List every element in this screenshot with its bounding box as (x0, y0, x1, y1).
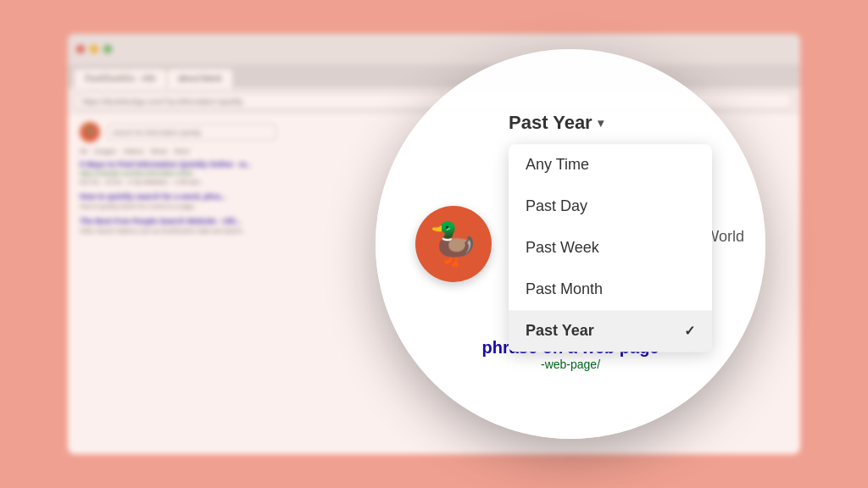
dropdown-item-past-day[interactable]: Past Day (509, 186, 712, 227)
dropdown-item-label: Past Day (526, 197, 587, 215)
ddg-logo-large: 🦆 (415, 206, 492, 282)
dropdown-item-past-week[interactable]: Past Week (509, 227, 712, 269)
filter-videos: Videos (123, 147, 143, 155)
minimize-dot (90, 45, 98, 53)
dropdown-item-label: Past Week (526, 239, 599, 257)
tab-bar: DuckDuckGo - info about:blank (68, 64, 800, 88)
chevron-down-icon: ▾ (598, 116, 604, 130)
filter-news: News (150, 147, 167, 155)
search-bar-bg: search for information quickly (107, 124, 276, 141)
dropdown-item-past-year[interactable]: Past Year ✓ (509, 310, 712, 352)
magnify-circle: 🦆 ite ▾ World phrase on a web page -web-… (376, 49, 765, 439)
dropdown-item-any-time[interactable]: Any Time (509, 144, 712, 186)
filter-images: Images (94, 147, 116, 155)
tab-1: DuckDuckGo - info (75, 69, 166, 88)
close-dot (76, 45, 85, 53)
filter-all: All (80, 147, 87, 155)
filter-more: More (174, 147, 189, 155)
dropdown-trigger[interactable]: Past Year ▾ (509, 112, 604, 134)
dropdown-item-past-month[interactable]: Past Month (509, 269, 712, 310)
browser-chrome (68, 34, 800, 64)
duck-icon: 🦆 (428, 224, 479, 264)
maximize-dot (103, 45, 112, 53)
dropdown-trigger-label: Past Year (509, 112, 593, 134)
dropdown-item-label: Past Year (526, 322, 594, 340)
dropdown-container: Past Year ▾ Any Time Past Day Past Week … (509, 112, 712, 352)
tab-2: about:blank (168, 69, 232, 88)
checkmark-icon: ✓ (684, 323, 695, 339)
ddg-logo-small: 🦆 (80, 122, 100, 142)
bottom-link-url: -web-page/ (482, 358, 659, 371)
dropdown-item-label: Past Month (526, 280, 603, 298)
dropdown-item-label: Any Time (526, 156, 589, 174)
dropdown-menu: Any Time Past Day Past Week Past Month P… (509, 144, 712, 352)
